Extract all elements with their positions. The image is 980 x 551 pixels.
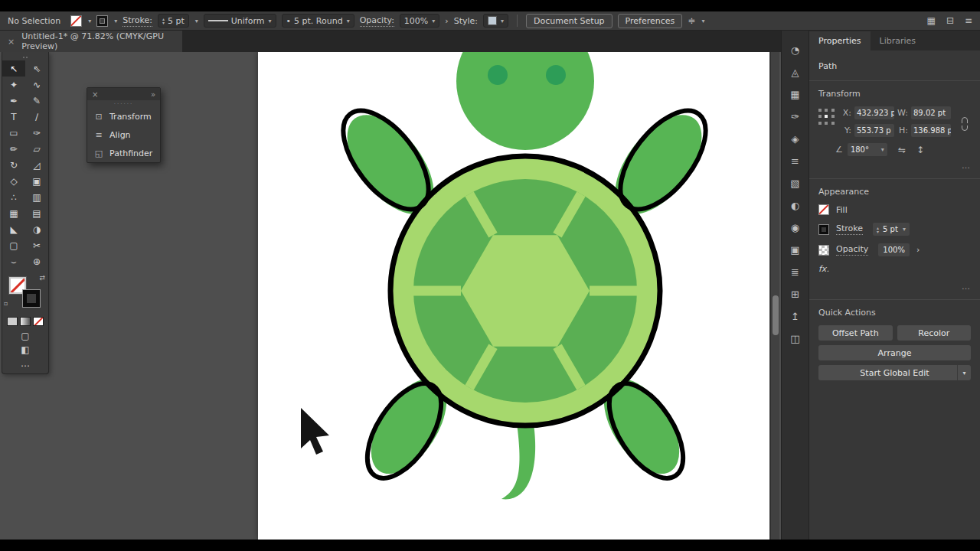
type-tool[interactable]: T	[2, 109, 25, 125]
layers-panel-icon[interactable]: ≣	[787, 265, 804, 279]
chevron-down-icon[interactable]: ▾	[957, 365, 971, 380]
turtle-artwork[interactable]	[258, 52, 769, 540]
brush-definition-select[interactable]: • 5 pt. Round ▾	[282, 14, 354, 28]
tab-properties[interactable]: Properties	[809, 31, 871, 51]
reference-point-locator[interactable]	[818, 109, 835, 126]
stroke-label[interactable]: Stroke:	[122, 15, 152, 27]
pen-tool[interactable]: ✒	[2, 93, 25, 109]
direct-selection-tool[interactable]: ⇖	[25, 60, 48, 77]
arrange-documents-icon[interactable]: ⊟	[946, 15, 954, 26]
opacity-label[interactable]: Opacity:	[360, 15, 394, 27]
zoom-tool[interactable]: ⊕	[25, 253, 48, 269]
graphic-styles-panel-icon[interactable]: ▣	[787, 243, 804, 256]
hand-tool[interactable]: ⌣	[2, 253, 25, 269]
tab-libraries[interactable]: Libraries	[871, 31, 926, 51]
color-panel-icon[interactable]: ◔	[787, 43, 804, 57]
edit-toolbar-icon[interactable]: …	[2, 357, 48, 370]
close-icon[interactable]: ×	[8, 37, 15, 47]
stroke-width-stepper[interactable]: ▴▾ 5 pt	[158, 14, 189, 28]
gradient-button[interactable]	[20, 317, 31, 326]
stepper-arrows-icon[interactable]: ▴▾	[877, 226, 879, 233]
shaper-tool[interactable]: ▱	[25, 141, 48, 157]
eyedropper-tool[interactable]: ◣	[2, 221, 25, 237]
swatches-panel-icon[interactable]: ▦	[787, 87, 804, 101]
panel-item-align[interactable]: ≡Align	[87, 126, 160, 144]
stroke-panel-icon[interactable]: ≡	[787, 154, 804, 168]
appearance-stroke-swatch[interactable]	[818, 224, 829, 235]
pencil-tool[interactable]: ✏	[2, 141, 25, 157]
transparency-panel-icon[interactable]: ◐	[787, 198, 804, 212]
toolbar-drag-handle[interactable]	[2, 54, 48, 60]
curvature-tool[interactable]: ✎	[25, 93, 48, 109]
chevron-down-icon[interactable]: ▾	[88, 18, 91, 24]
vertical-scrollbar[interactable]	[770, 52, 779, 540]
constrain-proportions-icon[interactable]	[962, 117, 968, 131]
mesh-tool[interactable]: ▦	[2, 205, 25, 221]
symbol-sprayer-tool[interactable]: ∴	[2, 189, 25, 205]
close-icon[interactable]: ×	[92, 90, 98, 99]
asset-export-panel-icon[interactable]: ↥	[787, 309, 804, 323]
scrollbar-thumb[interactable]	[773, 295, 779, 335]
fill-swatch[interactable]	[70, 15, 82, 27]
paintbrush-tool[interactable]: ✑	[25, 125, 48, 141]
libraries-panel-icon[interactable]: ◫	[787, 331, 804, 345]
opacity-more-icon[interactable]: ›	[916, 245, 920, 255]
opacity-swatch-icon[interactable]	[818, 245, 829, 256]
gradient-tool[interactable]: ▤	[25, 205, 48, 221]
artboards-panel-icon[interactable]: ⊞	[787, 287, 804, 301]
line-segment-tool[interactable]: ∕	[25, 109, 48, 125]
draw-mode-icon[interactable]: ▢	[2, 329, 48, 343]
graph-tool[interactable]: ▥	[25, 189, 48, 205]
color-button[interactable]	[7, 317, 18, 326]
panel-drag-dots[interactable]: ······	[87, 100, 160, 107]
chevron-down-icon[interactable]: ▾	[114, 18, 117, 24]
color-guide-panel-icon[interactable]: ◬	[787, 65, 804, 79]
appearance-fill-swatch[interactable]	[818, 204, 829, 215]
magic-wand-tool[interactable]: ✦	[2, 77, 25, 93]
workspace-menu-icon[interactable]: ≡	[965, 15, 972, 26]
slice-tool[interactable]: ✂	[25, 237, 48, 253]
w-input[interactable]: 89.02 pt	[911, 106, 951, 119]
x-input[interactable]: 432.923 p	[854, 106, 894, 119]
opacity-more-icon[interactable]: ›	[445, 16, 448, 26]
recolor-button[interactable]: Recolor	[897, 325, 972, 341]
none-button[interactable]	[33, 317, 44, 326]
chevron-down-icon[interactable]: ▾	[701, 18, 704, 24]
flip-vertical-icon[interactable]: ↕	[916, 145, 924, 155]
appearance-panel-icon[interactable]: ◉	[787, 220, 804, 234]
stroke-indicator[interactable]	[23, 290, 40, 307]
width-tool[interactable]: ◇	[2, 173, 25, 189]
turtle-head[interactable]	[456, 52, 594, 150]
opacity-select[interactable]: 100%	[878, 243, 910, 256]
stroke-width-stepper[interactable]: ▴▾ 5 pt ▾	[873, 223, 910, 236]
default-fill-stroke-icon[interactable]: ▫	[4, 300, 8, 307]
stroke-color-swatch[interactable]	[96, 15, 108, 27]
preferences-button[interactable]: Preferences	[618, 14, 683, 28]
opacity-select[interactable]: 100% ▾	[400, 14, 439, 28]
effects-button[interactable]: fx.	[818, 264, 829, 274]
document-tab[interactable]: × Untitled-1* @ 71.82% (CMYK/GPU Preview…	[0, 31, 182, 52]
offset-path-button[interactable]: Offset Path	[818, 325, 893, 341]
rotate-tool[interactable]: ↻	[2, 157, 25, 173]
arrange-button[interactable]: Arrange	[818, 345, 971, 360]
stepper-arrows-icon[interactable]: ▴▾	[162, 17, 165, 24]
expand-panel-icon[interactable]: »	[151, 90, 155, 99]
align-options-icon[interactable]: ≑	[688, 15, 695, 26]
transform-more-options-icon[interactable]: …	[818, 161, 971, 171]
chevron-down-icon[interactable]: ▾	[195, 18, 198, 24]
screen-mode-icon[interactable]: ◧	[2, 343, 48, 357]
rotation-select[interactable]: 180° ▾	[848, 143, 887, 156]
appearance-more-options-icon[interactable]: …	[818, 282, 971, 292]
y-input[interactable]: 553.73 p	[854, 124, 894, 137]
brushes-panel-icon[interactable]: ✑	[787, 109, 804, 123]
swap-fill-stroke-icon[interactable]: ⇄	[39, 274, 45, 282]
start-global-edit-button[interactable]: Start Global Edit▾	[818, 365, 971, 380]
gradient-panel-icon[interactable]: ▧	[787, 176, 804, 190]
lasso-tool[interactable]: ∿	[25, 77, 48, 93]
rectangle-tool[interactable]: ▭	[2, 125, 25, 141]
scale-tool[interactable]: ◿	[25, 157, 48, 173]
artboard-tool[interactable]: ▢	[2, 237, 25, 253]
width-profile-select[interactable]: Uniform ▾	[204, 14, 276, 28]
style-select[interactable]: ▾	[483, 14, 508, 28]
free-transform-tool[interactable]: ▣	[25, 173, 48, 189]
